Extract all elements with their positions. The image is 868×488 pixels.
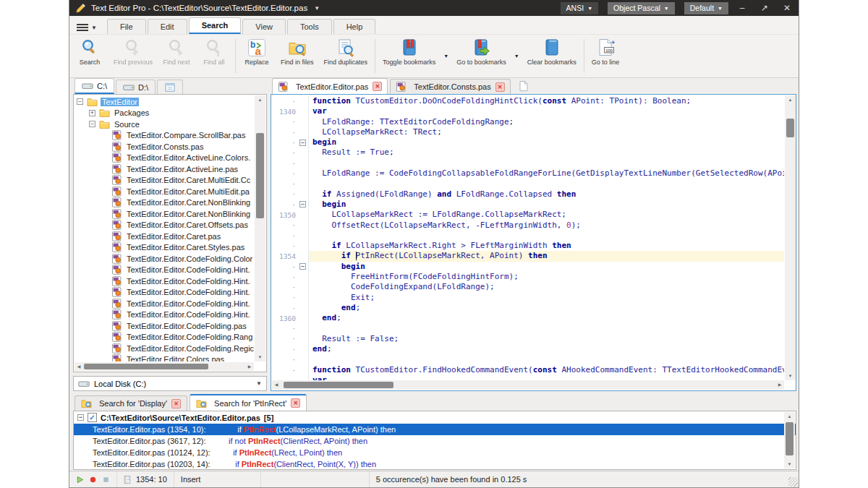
clear-bookmarks-button[interactable]: Clear bookmarks	[522, 36, 582, 76]
tree-item[interactable]: TextEditor.Editor.CodeFolding.Hint.	[75, 275, 254, 287]
tree-item[interactable]: TextEditor.Editor.Caret.Styles.pas	[75, 242, 254, 254]
tree-item[interactable]: TextEditor.Editor.Caret.NonBlinking	[75, 208, 254, 220]
tree-item[interactable]: TextEditor.Editor.Caret.MultiEdit.Cc	[75, 175, 254, 187]
editor-horizontal-scrollbar[interactable]: ◀ ▶	[272, 380, 784, 390]
play-icon[interactable]	[76, 476, 84, 484]
tree-item[interactable]: TextEditor.Editor.CodeFolding.Hint.	[75, 265, 254, 276]
scroll-down-icon[interactable]: ▼	[785, 372, 796, 380]
scroll-right-icon[interactable]: ▶	[775, 380, 784, 390]
tree-item[interactable]: TextEditor.Editor.CodeFolding.Hint.	[75, 309, 254, 321]
main-menu-button[interactable]: ▼	[77, 24, 97, 31]
replace-button[interactable]: baReplace	[238, 36, 276, 76]
expand-toggle-icon[interactable]: +	[89, 110, 95, 116]
tree-item[interactable]: +Packages	[75, 108, 254, 119]
scrollbar-thumb[interactable]	[786, 119, 794, 137]
tree-item[interactable]: TextEditor.Compare.ScrollBar.pas	[75, 130, 254, 142]
result-row[interactable]: TextEditor.Editor.pas (3617, 12): if not…	[74, 435, 796, 447]
scroll-left-icon[interactable]: ◀	[272, 380, 281, 390]
scroll-down-icon[interactable]: ▼	[255, 353, 265, 361]
tree-item[interactable]: TextEditor.Editor.CodeFolding.Hint.	[75, 287, 254, 299]
resize-grip[interactable]	[788, 477, 798, 487]
tab-edit[interactable]: Edit	[148, 19, 187, 34]
scroll-up-icon[interactable]: ▲	[784, 412, 795, 421]
editor-tab-texteditor-editor-pas[interactable]: TextEditor.Editor.pas✕	[272, 78, 388, 94]
scrollbar-thumb[interactable]	[284, 382, 393, 388]
syntax-dropdown[interactable]: Object Pascal▼	[608, 2, 675, 14]
encoding-dropdown[interactable]: ANSI▼	[561, 2, 598, 14]
checkbox-icon[interactable]: ✓	[88, 413, 97, 422]
editor-vertical-scrollbar[interactable]: ▲ ▼	[785, 95, 796, 380]
tree-vertical-scrollbar[interactable]: ▲ ▼	[255, 95, 265, 361]
tree-item[interactable]: TextEditor.Editor.CodeFolding.Color	[75, 253, 254, 265]
close-tab-icon[interactable]: ✕	[373, 82, 382, 91]
tab-tools[interactable]: Tools	[287, 19, 332, 34]
search-button[interactable]: Search	[71, 36, 109, 76]
tree-item[interactable]: TextEditor.Editor.CodeFolding.Rang	[75, 332, 254, 343]
drive-tab-panel[interactable]	[157, 80, 183, 94]
tree-item[interactable]: TextEditor.Editor.ActiveLine.pas	[75, 163, 254, 175]
tree-item[interactable]: TextEditor.Editor.ActiveLine.Colors.	[75, 153, 254, 164]
close-tab-icon[interactable]: ✕	[171, 399, 181, 408]
scrollbar-thumb[interactable]	[256, 133, 264, 218]
drive-tab-d[interactable]: D:\	[116, 80, 156, 94]
go-to-line-button[interactable]: +100Go to line	[587, 36, 625, 76]
results-group-header[interactable]: − ✓ C:\TextEditor\Source\TextEditor.Edit…	[74, 411, 796, 424]
tree-item[interactable]: TextEditor.Editor.CodeFolding.Regic	[75, 343, 254, 354]
minimize-button[interactable]: –	[733, 1, 751, 15]
find-in-files-button[interactable]: Find in files	[276, 36, 319, 76]
new-document-button[interactable]	[517, 80, 529, 92]
disk-combo[interactable]: Local Disk (C:) ▼	[73, 376, 267, 391]
collapse-toggle-icon[interactable]: −	[89, 121, 95, 127]
scroll-up-icon[interactable]: ▲	[255, 95, 265, 104]
file-tree[interactable]: −TextEditor+Packages−SourceTextEditor.Co…	[75, 96, 254, 361]
go-to-bookmarks-button[interactable]: Go to bookmarks	[451, 36, 511, 76]
find-previous-button[interactable]: Find previous	[109, 36, 158, 76]
scroll-right-icon[interactable]: ▶	[245, 362, 254, 371]
tree-item[interactable]: −TextEditor	[75, 96, 254, 108]
result-row[interactable]: TextEditor.Editor.pas (10124, 12): if Pt…	[74, 447, 796, 458]
scrollbar-thumb[interactable]	[84, 364, 208, 369]
scroll-up-icon[interactable]: ▲	[785, 95, 796, 104]
maximize-button[interactable]: ↗	[756, 1, 773, 15]
result-row[interactable]: TextEditor.Editor.pas (1354, 10): if PtI…	[74, 424, 796, 435]
tree-item[interactable]: TextEditor.Editor.Colors.pas	[75, 354, 254, 362]
tree-item[interactable]: TextEditor.Editor.CodeFolding.pas	[75, 320, 254, 332]
tree-item[interactable]: TextEditor.Editor.Caret.pas	[75, 231, 254, 242]
close-button[interactable]: ✕	[778, 1, 796, 15]
drive-tab-c[interactable]: C:\	[75, 78, 114, 94]
scrollbar-thumb[interactable]	[786, 422, 793, 455]
collapse-toggle-icon[interactable]: −	[77, 414, 84, 421]
recent-files-dropdown-icon[interactable]: ▼	[314, 5, 320, 12]
fold-collapse-icon[interactable]: −	[299, 140, 306, 146]
tab-file[interactable]: File	[107, 19, 146, 34]
find-duplicates-button[interactable]: Find duplicates	[319, 36, 373, 76]
tree-item[interactable]: TextEditor.Consts.pas	[75, 141, 254, 153]
close-tab-icon[interactable]: ✕	[291, 398, 300, 408]
record-icon[interactable]	[89, 476, 97, 484]
tree-item[interactable]: −Source	[75, 119, 254, 130]
tree-item[interactable]: TextEditor.Editor.Caret.NonBlinking	[75, 197, 254, 209]
tree-item[interactable]: TextEditor.Editor.Caret.Offsets.pas	[75, 220, 254, 231]
theme-dropdown[interactable]: Default▼	[684, 2, 728, 14]
collapse-toggle-icon[interactable]: −	[77, 98, 83, 105]
find-all-button[interactable]: IFind all	[195, 36, 233, 76]
close-tab-icon[interactable]: ✕	[495, 82, 505, 92]
find-next-button[interactable]: Find next	[158, 36, 195, 76]
fold-collapse-icon[interactable]: −	[299, 201, 306, 207]
stop-icon[interactable]	[102, 476, 110, 484]
tab-search[interactable]: Search	[189, 17, 242, 34]
tab-help[interactable]: Help	[333, 19, 376, 34]
code-area[interactable]: ·function TCustomEditor.DoOnCodeFoldingH…	[272, 96, 784, 380]
tree-item[interactable]: TextEditor.Editor.Caret.MultiEdit.pa	[75, 186, 254, 197]
tab-view[interactable]: View	[242, 19, 286, 34]
tree-horizontal-scrollbar[interactable]: ◀ ▶	[75, 362, 254, 371]
results-tab-search-for-ptinrect[interactable]: Search for 'PtInRect'✕	[190, 394, 307, 411]
editor-tab-texteditor-consts-pas[interactable]: TextEditor.Consts.pas✕	[390, 79, 510, 94]
results-vertical-scrollbar[interactable]: ▲ ▼	[784, 412, 795, 468]
go-to-bookmarks-dropdown[interactable]: ▼	[511, 36, 522, 76]
results-tab-search-for-display[interactable]: Search for 'Display'✕	[75, 395, 187, 411]
fold-collapse-icon[interactable]: −	[299, 263, 306, 270]
result-row[interactable]: TextEditor.Editor.pas (10203, 14): if Pt…	[74, 458, 796, 470]
scroll-left-icon[interactable]: ◀	[75, 362, 83, 371]
toggle-bookmarks-dropdown[interactable]: ▼	[441, 36, 451, 76]
